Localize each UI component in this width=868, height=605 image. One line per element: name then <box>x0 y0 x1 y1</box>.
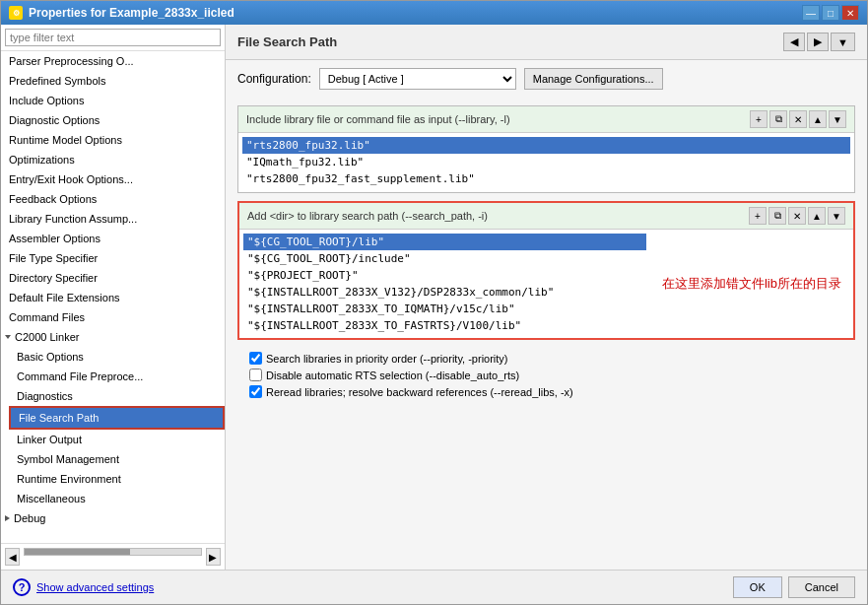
sidebar-next-btn[interactable]: ▶ <box>206 548 221 566</box>
sidebar-item-symbol-mgmt[interactable]: Symbol Management <box>9 449 225 469</box>
search-path-content: "${CG_TOOL_ROOT}/lib" "${CG_TOOL_ROOT}/i… <box>239 230 853 338</box>
ok-button[interactable]: OK <box>733 576 782 598</box>
search-item-6[interactable]: "${INSTALLROOT_2833X_TO_FASTRTS}/V100/li… <box>243 317 646 334</box>
window-title: Properties for Example_2833x_iicled <box>29 6 234 20</box>
priority-checkbox[interactable] <box>249 352 262 365</box>
sidebar-item-basic[interactable]: Basic Options <box>9 347 225 367</box>
maximize-button[interactable]: □ <box>822 5 839 21</box>
search-down-btn[interactable]: ▼ <box>828 207 845 225</box>
sidebar-item-command-preproc[interactable]: Command File Preproce... <box>9 367 225 386</box>
sidebar-item-optimizations[interactable]: Optimizations <box>1 150 225 169</box>
triangle-closed-icon <box>5 515 10 521</box>
sidebar-item-parser[interactable]: Parser Preprocessing O... <box>1 51 225 71</box>
search-path-section-header: Add <dir> to library search path (--sear… <box>239 203 853 230</box>
advanced-settings-link[interactable]: Show advanced settings <box>36 581 154 593</box>
search-item-4[interactable]: "${INSTALLROOT_2833X_V132}/DSP2833x_comm… <box>243 284 646 301</box>
help-icon[interactable]: ? <box>13 578 31 596</box>
cancel-button[interactable]: Cancel <box>788 576 855 598</box>
search-up-btn[interactable]: ▲ <box>808 207 826 225</box>
lib-item-3[interactable]: "rts2800_fpu32_fast_supplement.lib" <box>242 170 850 187</box>
search-item-5[interactable]: "${INSTALLROOT_2833X_TO_IQMATH}/v15c/lib… <box>243 301 646 317</box>
sidebar-group-debug[interactable]: Debug <box>1 508 225 528</box>
manage-configurations-button[interactable]: Manage Configurations... <box>524 68 663 90</box>
sidebar-item-linker-output[interactable]: Linker Output <box>9 430 225 449</box>
sidebar-item-file-type[interactable]: File Type Specifier <box>1 248 225 268</box>
search-item-1[interactable]: "${CG_TOOL_ROOT}/lib" <box>243 234 646 250</box>
library-section-title: Include library file or command file as … <box>246 113 510 125</box>
search-copy-btn[interactable]: ⧉ <box>768 207 786 225</box>
sidebar-item-diagnostic[interactable]: Diagnostic Options <box>1 110 225 130</box>
sidebar-group-c2000[interactable]: C2000 Linker <box>1 327 225 347</box>
lib-down-btn[interactable]: ▼ <box>829 110 846 128</box>
sidebar-item-feedback[interactable]: Feedback Options <box>1 189 225 209</box>
disable-rts-checkbox[interactable] <box>249 369 262 381</box>
window-icon: ⚙ <box>9 6 23 20</box>
bottom-bar: ? Show advanced settings OK Cancel <box>1 570 867 604</box>
c2000-children: Basic Options Command File Preproce... D… <box>1 347 225 508</box>
panel-body: Include library file or command file as … <box>226 98 867 570</box>
disable-rts-label: Disable automatic RTS selection (--disab… <box>266 370 519 381</box>
lib-item-2[interactable]: "IQmath_fpu32.lib" <box>242 154 850 170</box>
search-delete-btn[interactable]: ✕ <box>788 207 806 225</box>
lib-up-btn[interactable]: ▲ <box>809 110 827 128</box>
sidebar-item-include-options[interactable]: Include Options <box>1 91 225 110</box>
search-path-section: Add <dir> to library search path (--sear… <box>237 201 855 340</box>
config-row: Configuration: Debug [ Active ] Manage C… <box>226 60 867 98</box>
lib-add-btn[interactable]: + <box>750 110 768 128</box>
bottom-left: ? Show advanced settings <box>13 578 154 596</box>
checkbox-row-1: Search libraries in priority order (--pr… <box>249 352 843 365</box>
main-window: ⚙ Properties for Example_2833x_iicled — … <box>0 0 868 605</box>
sidebar-item-directory[interactable]: Directory Specifier <box>1 268 225 288</box>
sidebar-item-command-files[interactable]: Command Files <box>1 307 225 327</box>
checkboxes-area: Search libraries in priority order (--pr… <box>237 348 855 406</box>
sidebar-item-file-search-path[interactable]: File Search Path <box>9 406 225 430</box>
nav-menu-btn[interactable]: ▼ <box>831 33 855 51</box>
right-panel: File Search Path ◀ ▶ ▼ Configuration: De… <box>226 25 867 570</box>
panel-header: File Search Path ◀ ▶ ▼ <box>226 25 867 60</box>
sidebar-group-c2000-label: C2000 Linker <box>15 328 79 346</box>
library-section: Include library file or command file as … <box>237 105 855 193</box>
title-bar: ⚙ Properties for Example_2833x_iicled — … <box>1 1 867 25</box>
search-path-list: "${CG_TOOL_ROOT}/lib" "${CG_TOOL_ROOT}/i… <box>243 234 646 334</box>
config-label: Configuration: <box>237 72 311 86</box>
reread-label: Reread libraries; resolve backward refer… <box>266 386 573 398</box>
checkbox-row-3: Reread libraries; resolve backward refer… <box>249 385 843 398</box>
sidebar-item-entry-exit[interactable]: Entry/Exit Hook Options... <box>1 169 225 189</box>
search-toolbar: + ⧉ ✕ ▲ ▼ <box>749 207 845 225</box>
reread-checkbox[interactable] <box>249 385 262 398</box>
sidebar-item-diagnostics[interactable]: Diagnostics <box>9 386 225 406</box>
sidebar-item-default-ext[interactable]: Default File Extensions <box>1 288 225 307</box>
annotation-text: 在这里添加错文件lib所在的目录 <box>654 271 849 297</box>
filter-input[interactable] <box>5 29 221 46</box>
library-section-content: "rts2800_fpu32.lib" "IQmath_fpu32.lib" "… <box>238 133 854 192</box>
minimize-button[interactable]: — <box>802 5 820 21</box>
lib-item-1[interactable]: "rts2800_fpu32.lib" <box>242 137 850 154</box>
search-item-3[interactable]: "${PROJECT_ROOT}" <box>243 267 646 284</box>
checkbox-row-2: Disable automatic RTS selection (--disab… <box>249 369 843 381</box>
config-dropdown[interactable]: Debug [ Active ] <box>319 68 516 90</box>
close-button[interactable]: ✕ <box>841 5 859 21</box>
nav-back-btn[interactable]: ◀ <box>783 33 805 51</box>
lib-delete-btn[interactable]: ✕ <box>789 110 807 128</box>
sidebar-item-runtime-env[interactable]: Runtime Environment <box>9 469 225 489</box>
nav-forward-btn[interactable]: ▶ <box>807 33 829 51</box>
title-controls: — □ ✕ <box>802 5 859 21</box>
sidebar-item-assembler[interactable]: Assembler Options <box>1 229 225 248</box>
search-item-2[interactable]: "${CG_TOOL_ROOT}/include" <box>243 250 646 267</box>
search-path-section-title: Add <dir> to library search path (--sear… <box>247 210 488 222</box>
main-content: Parser Preprocessing O... Predefined Sym… <box>1 25 867 570</box>
sidebar: Parser Preprocessing O... Predefined Sym… <box>1 25 226 570</box>
priority-label: Search libraries in priority order (--pr… <box>266 353 508 365</box>
tree-container: Parser Preprocessing O... Predefined Sym… <box>1 51 225 543</box>
nav-buttons: ◀ ▶ ▼ <box>783 33 855 51</box>
sidebar-item-predefined[interactable]: Predefined Symbols <box>1 71 225 91</box>
sidebar-prev-btn[interactable]: ◀ <box>5 548 20 566</box>
filter-box[interactable] <box>1 25 225 51</box>
lib-copy-btn[interactable]: ⧉ <box>769 110 787 128</box>
sidebar-group-debug-label: Debug <box>14 509 45 527</box>
triangle-open-icon <box>5 335 11 339</box>
sidebar-item-runtime-model[interactable]: Runtime Model Options <box>1 130 225 150</box>
sidebar-item-library-func[interactable]: Library Function Assump... <box>1 209 225 229</box>
search-add-btn[interactable]: + <box>749 207 767 225</box>
sidebar-item-misc[interactable]: Miscellaneous <box>9 489 225 508</box>
